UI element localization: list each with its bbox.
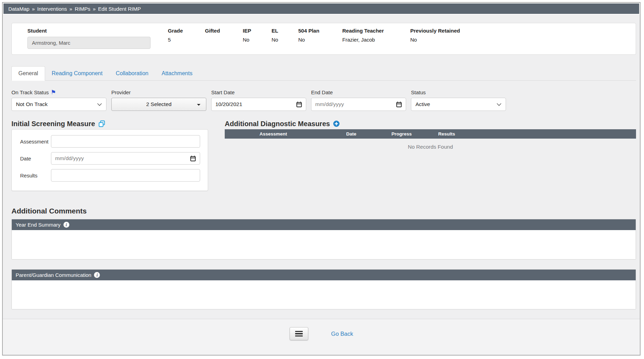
provider-value: 2 Selected	[146, 101, 171, 107]
end-date-input[interactable]: mm/dd/yyyy	[311, 98, 406, 111]
student-info-card: Student Armstrong, Marc Grade 5 Gifted I…	[11, 23, 636, 55]
no-records-text: No Records Found	[225, 144, 636, 150]
iep-value: No	[243, 37, 272, 43]
assessment-input[interactable]	[51, 135, 200, 148]
end-date-placeholder: mm/dd/yyyy	[315, 101, 344, 107]
gifted-label: Gifted	[205, 28, 243, 34]
grade-value: 5	[168, 37, 205, 43]
column-progress: Progress	[381, 131, 422, 137]
grade-label: Grade	[168, 28, 205, 34]
breadcrumb-item-rimps[interactable]: RIMPs	[75, 6, 90, 12]
calendar-icon[interactable]	[190, 156, 196, 161]
parent-communication-textarea[interactable]	[12, 280, 636, 309]
el-value: No	[272, 37, 298, 43]
column-results: Results	[422, 131, 471, 137]
on-track-status-value: Not On Track	[16, 101, 48, 107]
parent-communication-panel: Parent/Guardian Communication i	[11, 269, 636, 309]
general-form-row: On Track Status ⚑ Not On Track Provider …	[11, 89, 636, 111]
tab-bar: General Reading Component Collaboration …	[11, 66, 636, 81]
breadcrumb-item-datamap[interactable]: DataMap	[8, 6, 29, 12]
breadcrumb-separator: »	[32, 6, 35, 12]
info-icon[interactable]: i	[94, 272, 100, 278]
info-icon[interactable]: i	[63, 222, 69, 228]
calendar-icon[interactable]	[396, 102, 402, 107]
chevron-down-icon	[97, 103, 102, 106]
footer-bar: Go Back	[3, 319, 640, 355]
provider-dropdown[interactable]: 2 Selected	[111, 98, 206, 111]
provider-label: Provider	[111, 89, 131, 95]
parent-communication-label: Parent/Guardian Communication	[16, 272, 91, 278]
flag-icon: ⚑	[51, 89, 56, 95]
initial-screening-card: Assessment Date mm/dd/yyyy Results	[11, 129, 208, 191]
hamburger-icon	[295, 331, 303, 332]
page-content: Student Armstrong, Marc Grade 5 Gifted I…	[3, 15, 640, 355]
student-label: Student	[27, 28, 168, 34]
menu-button[interactable]	[290, 327, 308, 340]
calendar-icon[interactable]	[296, 102, 302, 107]
breadcrumb: DataMap » Interventions » RIMPs » Edit S…	[3, 3, 639, 14]
assessment-label: Assessment	[20, 139, 51, 145]
reading-teacher-value: Frazier, Jacob	[342, 37, 410, 43]
chevron-down-icon	[497, 103, 501, 106]
breadcrumb-item-current-page: Edit Student RIMP	[98, 6, 141, 12]
iep-label: IEP	[243, 28, 272, 34]
results-label: Results	[20, 173, 51, 178]
go-back-link[interactable]: Go Back	[331, 327, 353, 340]
additional-comments-heading: Additional Comments	[11, 207, 636, 215]
year-end-summary-label: Year End Summary	[16, 222, 61, 228]
breadcrumb-separator: »	[93, 6, 95, 12]
plan504-value: No	[298, 37, 342, 43]
results-input[interactable]	[51, 169, 200, 182]
year-end-summary-textarea[interactable]	[12, 230, 636, 259]
reading-teacher-label: Reading Teacher	[342, 28, 410, 34]
initial-screening-heading: Initial Screening Measure	[11, 120, 95, 128]
end-date-label: End Date	[311, 89, 333, 95]
breadcrumb-item-interventions[interactable]: Interventions	[37, 6, 67, 12]
status-select[interactable]: Active	[411, 98, 506, 111]
el-label: EL	[272, 28, 298, 34]
add-plus-icon[interactable]	[333, 120, 340, 127]
column-date: Date	[322, 131, 381, 137]
plan504-label: 504 Plan	[298, 28, 342, 34]
screening-date-placeholder: mm/dd/yyyy	[55, 155, 84, 161]
on-track-status-select[interactable]: Not On Track	[11, 98, 106, 111]
previously-retained-value: No	[410, 37, 487, 43]
previously-retained-label: Previously Retained	[410, 28, 487, 34]
app-window: DataMap » Interventions » RIMPs » Edit S…	[2, 2, 641, 356]
tab-reading-component[interactable]: Reading Component	[45, 67, 109, 80]
copy-icon[interactable]	[98, 120, 105, 128]
year-end-summary-panel: Year End Summary i	[11, 219, 636, 260]
diagnostic-table-header: Assessment Date Progress Results	[225, 129, 636, 139]
breadcrumb-separator: »	[69, 6, 72, 12]
status-value: Active	[415, 101, 430, 107]
diagnostic-measures-heading: Additional Diagnostic Measures	[225, 120, 330, 128]
tab-attachments[interactable]: Attachments	[155, 67, 199, 80]
start-date-value: 10/20/2021	[215, 101, 242, 107]
tab-collaboration[interactable]: Collaboration	[109, 67, 155, 80]
on-track-status-label: On Track Status	[11, 89, 49, 95]
screening-date-input[interactable]: mm/dd/yyyy	[51, 152, 200, 165]
date-label: Date	[20, 156, 51, 161]
caret-down-icon	[197, 104, 200, 106]
column-assessment: Assessment	[225, 131, 322, 137]
start-date-input[interactable]: 10/20/2021	[211, 98, 306, 111]
tab-general[interactable]: General	[11, 66, 45, 81]
status-label: Status	[411, 89, 426, 95]
start-date-label: Start Date	[211, 89, 235, 95]
student-name-input[interactable]: Armstrong, Marc	[27, 37, 151, 49]
